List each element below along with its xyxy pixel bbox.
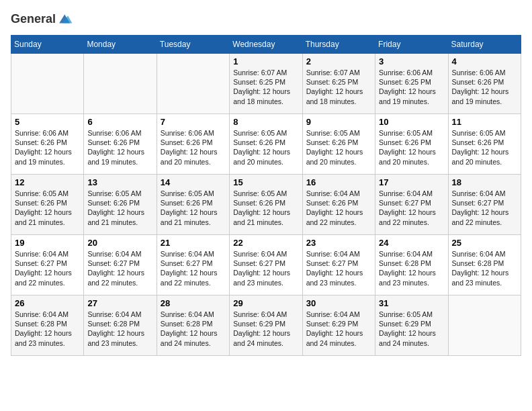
day-number: 15: [233, 177, 298, 187]
cell-details: Sunrise: 6:07 AM Sunset: 6:25 PM Dayligh…: [306, 68, 371, 106]
day-number: 22: [233, 238, 298, 248]
calendar-cell: 6Sunrise: 6:06 AM Sunset: 6:26 PM Daylig…: [84, 114, 157, 175]
cell-details: Sunrise: 6:05 AM Sunset: 6:29 PM Dayligh…: [379, 310, 444, 348]
calendar-cell: 7Sunrise: 6:06 AM Sunset: 6:26 PM Daylig…: [157, 114, 229, 175]
cell-details: Sunrise: 6:04 AM Sunset: 6:28 PM Dayligh…: [87, 310, 152, 348]
cell-details: Sunrise: 6:04 AM Sunset: 6:29 PM Dayligh…: [233, 310, 298, 348]
logo-icon: [57, 11, 73, 27]
cell-details: Sunrise: 6:06 AM Sunset: 6:26 PM Dayligh…: [452, 68, 517, 106]
cell-details: Sunrise: 6:04 AM Sunset: 6:27 PM Dayligh…: [87, 249, 152, 287]
calendar-cell: 2Sunrise: 6:07 AM Sunset: 6:25 PM Daylig…: [302, 54, 375, 114]
calendar-header: SundayMondayTuesdayWednesdayThursdayFrid…: [11, 36, 521, 54]
calendar-cell: [448, 295, 521, 356]
calendar-cell: 13Sunrise: 6:05 AM Sunset: 6:26 PM Dayli…: [84, 175, 157, 235]
calendar-cell: 16Sunrise: 6:04 AM Sunset: 6:26 PM Dayli…: [302, 175, 375, 235]
day-number: 31: [379, 298, 444, 308]
calendar-cell: 21Sunrise: 6:04 AM Sunset: 6:27 PM Dayli…: [157, 235, 229, 295]
cell-details: Sunrise: 6:06 AM Sunset: 6:26 PM Dayligh…: [161, 128, 226, 167]
calendar-cell: 29Sunrise: 6:04 AM Sunset: 6:29 PM Dayli…: [230, 295, 302, 356]
cell-details: Sunrise: 6:04 AM Sunset: 6:28 PM Dayligh…: [161, 310, 226, 348]
cell-details: Sunrise: 6:05 AM Sunset: 6:26 PM Dayligh…: [233, 128, 298, 167]
day-number: 1: [233, 56, 298, 66]
cell-details: Sunrise: 6:05 AM Sunset: 6:26 PM Dayligh…: [233, 189, 298, 227]
cell-details: Sunrise: 6:05 AM Sunset: 6:26 PM Dayligh…: [306, 128, 371, 167]
cell-details: Sunrise: 6:05 AM Sunset: 6:26 PM Dayligh…: [161, 189, 226, 227]
cell-details: Sunrise: 6:04 AM Sunset: 6:29 PM Dayligh…: [306, 310, 371, 348]
calendar-cell: [84, 54, 157, 114]
day-number: 4: [452, 56, 517, 66]
day-number: 10: [379, 117, 444, 127]
page-header: General: [11, 11, 521, 27]
calendar-cell: 26Sunrise: 6:04 AM Sunset: 6:28 PM Dayli…: [11, 295, 84, 356]
calendar-cell: 11Sunrise: 6:05 AM Sunset: 6:26 PM Dayli…: [448, 114, 521, 175]
cell-details: Sunrise: 6:04 AM Sunset: 6:27 PM Dayligh…: [306, 249, 371, 287]
calendar-cell: 4Sunrise: 6:06 AM Sunset: 6:26 PM Daylig…: [448, 54, 521, 114]
day-number: 9: [306, 117, 371, 127]
day-number: 14: [161, 177, 226, 187]
day-number: 20: [87, 238, 152, 248]
calendar-cell: 5Sunrise: 6:06 AM Sunset: 6:26 PM Daylig…: [11, 114, 84, 175]
cell-details: Sunrise: 6:05 AM Sunset: 6:26 PM Dayligh…: [15, 189, 80, 227]
calendar-cell: 20Sunrise: 6:04 AM Sunset: 6:27 PM Dayli…: [84, 235, 157, 295]
cell-details: Sunrise: 6:04 AM Sunset: 6:27 PM Dayligh…: [379, 189, 444, 227]
weekday-header: Tuesday: [157, 36, 229, 54]
cell-details: Sunrise: 6:06 AM Sunset: 6:26 PM Dayligh…: [15, 128, 80, 167]
day-number: 2: [306, 56, 371, 66]
calendar-cell: 17Sunrise: 6:04 AM Sunset: 6:27 PM Dayli…: [375, 175, 448, 235]
day-number: 6: [87, 117, 152, 127]
cell-details: Sunrise: 6:04 AM Sunset: 6:28 PM Dayligh…: [452, 249, 517, 287]
cell-details: Sunrise: 6:04 AM Sunset: 6:27 PM Dayligh…: [15, 249, 80, 287]
cell-details: Sunrise: 6:05 AM Sunset: 6:26 PM Dayligh…: [452, 128, 517, 167]
day-number: 30: [306, 298, 371, 308]
weekday-header: Saturday: [448, 36, 521, 54]
cell-details: Sunrise: 6:04 AM Sunset: 6:28 PM Dayligh…: [15, 310, 80, 348]
weekday-header: Wednesday: [230, 36, 302, 54]
cell-details: Sunrise: 6:06 AM Sunset: 6:25 PM Dayligh…: [379, 68, 444, 106]
day-number: 8: [233, 117, 298, 127]
weekday-header: Friday: [375, 36, 448, 54]
day-number: 24: [379, 238, 444, 248]
cell-details: Sunrise: 6:04 AM Sunset: 6:27 PM Dayligh…: [452, 189, 517, 227]
calendar-cell: 1Sunrise: 6:07 AM Sunset: 6:25 PM Daylig…: [230, 54, 302, 114]
calendar-table: SundayMondayTuesdayWednesdayThursdayFrid…: [11, 35, 521, 356]
calendar-cell: 25Sunrise: 6:04 AM Sunset: 6:28 PM Dayli…: [448, 235, 521, 295]
calendar-cell: 30Sunrise: 6:04 AM Sunset: 6:29 PM Dayli…: [302, 295, 375, 356]
calendar-cell: [157, 54, 229, 114]
calendar-cell: 22Sunrise: 6:04 AM Sunset: 6:27 PM Dayli…: [230, 235, 302, 295]
logo-general: General: [11, 12, 56, 26]
weekday-header: Monday: [84, 36, 157, 54]
day-number: 17: [379, 177, 444, 187]
day-number: 25: [452, 238, 517, 248]
calendar-cell: 19Sunrise: 6:04 AM Sunset: 6:27 PM Dayli…: [11, 235, 84, 295]
day-number: 16: [306, 177, 371, 187]
calendar-cell: 23Sunrise: 6:04 AM Sunset: 6:27 PM Dayli…: [302, 235, 375, 295]
day-number: 3: [379, 56, 444, 66]
day-number: 11: [452, 117, 517, 127]
calendar-cell: 8Sunrise: 6:05 AM Sunset: 6:26 PM Daylig…: [230, 114, 302, 175]
calendar-cell: 9Sunrise: 6:05 AM Sunset: 6:26 PM Daylig…: [302, 114, 375, 175]
cell-details: Sunrise: 6:04 AM Sunset: 6:28 PM Dayligh…: [379, 249, 444, 287]
cell-details: Sunrise: 6:04 AM Sunset: 6:27 PM Dayligh…: [161, 249, 226, 287]
day-number: 21: [161, 238, 226, 248]
calendar-cell: 27Sunrise: 6:04 AM Sunset: 6:28 PM Dayli…: [84, 295, 157, 356]
day-number: 23: [306, 238, 371, 248]
cell-details: Sunrise: 6:04 AM Sunset: 6:27 PM Dayligh…: [233, 249, 298, 287]
calendar-cell: 10Sunrise: 6:05 AM Sunset: 6:26 PM Dayli…: [375, 114, 448, 175]
calendar-cell: 18Sunrise: 6:04 AM Sunset: 6:27 PM Dayli…: [448, 175, 521, 235]
cell-details: Sunrise: 6:07 AM Sunset: 6:25 PM Dayligh…: [233, 68, 298, 106]
day-number: 13: [87, 177, 152, 187]
day-number: 27: [87, 298, 152, 308]
cell-details: Sunrise: 6:04 AM Sunset: 6:26 PM Dayligh…: [306, 189, 371, 227]
cell-details: Sunrise: 6:05 AM Sunset: 6:26 PM Dayligh…: [379, 128, 444, 167]
weekday-header: Sunday: [11, 36, 84, 54]
day-number: 7: [161, 117, 226, 127]
day-number: 18: [452, 177, 517, 187]
weekday-header: Thursday: [302, 36, 375, 54]
day-number: 5: [15, 117, 80, 127]
calendar-cell: 15Sunrise: 6:05 AM Sunset: 6:26 PM Dayli…: [230, 175, 302, 235]
calendar-cell: 28Sunrise: 6:04 AM Sunset: 6:28 PM Dayli…: [157, 295, 229, 356]
day-number: 26: [15, 298, 80, 308]
calendar-cell: 3Sunrise: 6:06 AM Sunset: 6:25 PM Daylig…: [375, 54, 448, 114]
cell-details: Sunrise: 6:05 AM Sunset: 6:26 PM Dayligh…: [87, 189, 152, 227]
day-number: 28: [161, 298, 226, 308]
